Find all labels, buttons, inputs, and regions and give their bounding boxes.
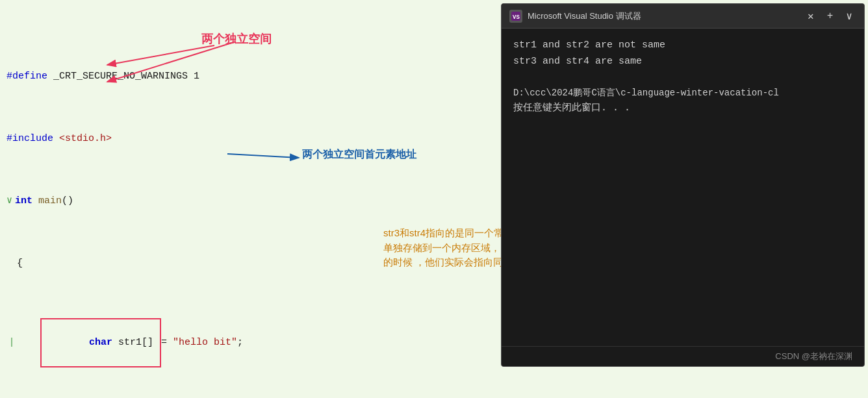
terminal-title-text: Microsoft Visual Studio 调试器 [528, 10, 798, 22]
svg-text:VS: VS [513, 14, 520, 21]
code-text: char [89, 337, 112, 348]
code-text [17, 335, 40, 351]
terminal-path: D:\ccc\2024鹏哥C语言\c-language-winter-vacat… [513, 86, 852, 101]
terminal-footer: CSDN @老衲在深渊 [502, 346, 864, 366]
terminal-output-line-1: str1 and str2 are not same [513, 38, 852, 54]
terminal-output-line-2: str3 and str4 are same [513, 54, 852, 70]
code-text: str1[] [112, 337, 159, 348]
terminal-titlebar: VS Microsoft Visual Studio 调试器 ✕ + ∨ [502, 4, 864, 29]
line-bar: | [6, 335, 17, 351]
terminal-watermark: CSDN @老衲在深渊 [775, 351, 852, 361]
code-text: #include [6, 131, 53, 147]
code-text: _CRT_SECURE_NO_WARNINGS 1 [47, 69, 199, 84]
code-text: main [38, 193, 62, 209]
code-text: #define [6, 69, 47, 84]
code-text: { [17, 256, 23, 271]
code-text: () [62, 193, 73, 209]
code-text [32, 193, 38, 209]
terminal-plus-button[interactable]: + [823, 9, 837, 23]
terminal-chevron-button[interactable]: ∨ [842, 8, 856, 24]
vs-icon: VS [511, 12, 520, 21]
highlight-str1: char str1[] [40, 318, 161, 367]
fold-indicator: ∨ [6, 193, 12, 209]
code-text: ; [237, 335, 243, 351]
code-text: int [15, 193, 32, 209]
terminal-app-icon: VS [509, 10, 522, 23]
terminal-close-button[interactable]: ✕ [804, 8, 818, 24]
terminal-output-line-empty [513, 70, 852, 86]
terminal-panel: VS Microsoft Visual Studio 调试器 ✕ + ∨ str… [501, 3, 865, 367]
indent [6, 256, 17, 271]
terminal-press-key: 按任意键关闭此窗口. . . [513, 101, 852, 117]
code-text: <stdio.h> [53, 131, 112, 147]
code-text: "hello bit" [173, 335, 237, 351]
terminal-body: str1 and str2 are not same str3 and str4… [502, 29, 864, 346]
code-text: = [161, 335, 173, 351]
